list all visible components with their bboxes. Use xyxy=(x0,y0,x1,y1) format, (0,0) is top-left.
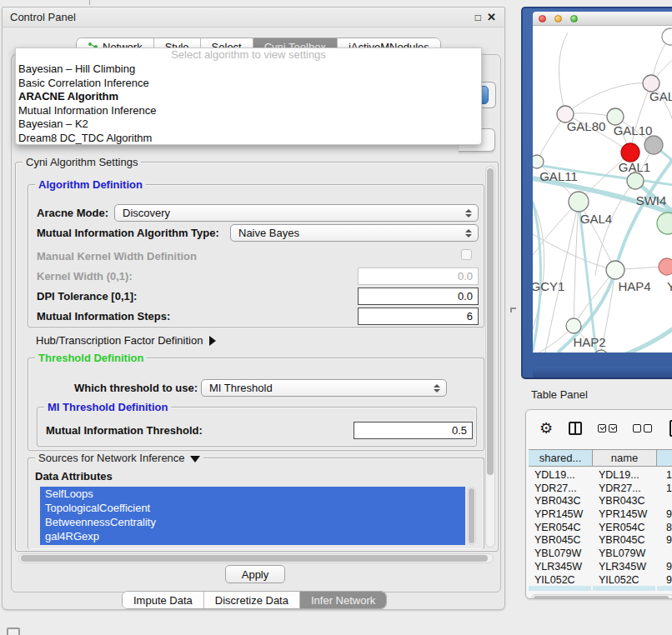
mi-threshold-field[interactable]: 0.5 xyxy=(354,422,473,439)
settings-horizontal-scrollbar[interactable] xyxy=(18,553,494,563)
table-cell[interactable]: YBR043C xyxy=(529,495,593,508)
table-row[interactable]: YPR145WYPR145W9. xyxy=(529,508,672,522)
table-cell[interactable]: YIL052C xyxy=(529,574,593,585)
table-row[interactable]: YBR043CYBR043C xyxy=(529,495,672,508)
table-row[interactable]: YBL079WYBL079W xyxy=(529,548,672,561)
data-attribute-item[interactable]: gal4RGexp xyxy=(40,529,465,543)
table-cell[interactable] xyxy=(657,548,672,561)
table-row[interactable]: YLR345WYLR345W9. xyxy=(529,561,672,574)
bottom-left-partial-icon[interactable] xyxy=(7,628,20,635)
network-view-canvas[interactable]: GALGAL80GAL10GAL1GAL11SWI4GAL4GCY1HAP4YH… xyxy=(533,26,672,352)
table-cell[interactable]: YBR045C xyxy=(529,534,593,548)
kernel-width-field[interactable]: 0.0 xyxy=(358,268,479,285)
table-cell[interactable]: 9. xyxy=(657,534,672,548)
settings-vscroll-thumb[interactable] xyxy=(487,168,494,475)
table-cell[interactable]: YBL079W xyxy=(529,548,593,561)
network-node-gal4[interactable] xyxy=(569,192,589,212)
column-header[interactable]: name xyxy=(593,450,657,466)
hub-definition-label: Hub/Transcription Factor Definition xyxy=(36,334,203,347)
hub-definition-toggle[interactable]: Hub/Transcription Factor Definition xyxy=(36,332,216,348)
network-window-titlebar[interactable] xyxy=(533,12,672,26)
popup-item[interactable]: Bayesian – K2 xyxy=(16,118,481,132)
popup-item[interactable]: ARACNE Algorithm xyxy=(16,90,481,104)
dpi-tolerance-field[interactable]: 0.0 xyxy=(358,288,479,305)
table-cell[interactable]: YDR27... xyxy=(529,482,593,496)
network-node-label: GAL11 xyxy=(539,169,578,183)
mi-algo-type-combo[interactable]: Naive Bayes xyxy=(230,224,479,242)
sources-vscroll-thumb[interactable] xyxy=(469,488,474,543)
settings-hscroll-thumb[interactable] xyxy=(21,555,488,562)
data-attribute-item[interactable]: BetweennessCentrality xyxy=(40,515,465,529)
column-header[interactable] xyxy=(657,450,672,466)
table-cell[interactable]: YER054C xyxy=(593,522,657,535)
table-cell[interactable]: 13 xyxy=(657,469,672,482)
mi-steps-field[interactable]: 6 xyxy=(358,308,479,325)
network-node-gal10[interactable] xyxy=(607,108,624,125)
table-cell[interactable]: 8. xyxy=(657,522,672,535)
table-cell[interactable]: YBR045C xyxy=(593,534,657,548)
table-cell[interactable]: YLR345W xyxy=(593,561,657,574)
table-row[interactable]: YIL052CYIL052C9. xyxy=(529,574,672,585)
float-window-icon[interactable]: □ xyxy=(475,11,481,24)
table-cell[interactable]: YIL052C xyxy=(593,574,657,585)
select-all-columns-icon[interactable] xyxy=(598,424,617,432)
table-cell[interactable]: 12 xyxy=(657,482,672,496)
table-row[interactable]: YDR27...YDR27...12 xyxy=(529,482,672,496)
table-horizontal-scrollbar[interactable] xyxy=(531,594,672,598)
column-header[interactable]: shared... xyxy=(529,450,593,466)
table-cell[interactable]: YBL079W xyxy=(593,548,657,561)
table-row[interactable]: YBR045CYBR045C9. xyxy=(529,534,672,548)
network-node[interactable] xyxy=(662,28,672,45)
network-node-y[interactable] xyxy=(659,258,672,275)
sources-group-title[interactable]: Sources for Network Inference xyxy=(35,452,203,464)
network-node[interactable] xyxy=(657,212,672,234)
table-cell[interactable]: YDL19... xyxy=(529,469,593,482)
deselect-all-columns-icon[interactable] xyxy=(633,424,652,432)
gear-icon[interactable]: ⚙ xyxy=(539,419,553,438)
popup-item[interactable]: Mutual Information Inference xyxy=(16,104,481,118)
table-row[interactable]: YER054CYER054C8. xyxy=(529,522,672,535)
network-node-gal1[interactable] xyxy=(621,143,639,162)
aracne-mode-combo[interactable]: Discovery xyxy=(114,204,479,222)
split-columns-icon[interactable] xyxy=(569,422,582,435)
manual-kernel-checkbox[interactable] xyxy=(461,249,472,260)
network-node-hap2[interactable] xyxy=(566,318,581,333)
data-attribute-item[interactable]: SelfLoops xyxy=(40,487,465,501)
table-cell[interactable]: YPR145W xyxy=(529,508,593,522)
table-hscroll-thumb[interactable] xyxy=(534,596,669,598)
table-cell[interactable]: 9. xyxy=(657,561,672,574)
table-cell[interactable]: YDL19... xyxy=(593,469,657,482)
bottom-tab-infer-network[interactable]: Infer Network xyxy=(300,592,386,608)
settings-vertical-scrollbar[interactable] xyxy=(485,166,495,548)
table-cell[interactable]: YDR27... xyxy=(593,482,657,496)
network-node-gal11[interactable] xyxy=(533,155,544,168)
popup-item[interactable]: Dream8 DC_TDC Algorithm xyxy=(16,132,481,146)
table-row[interactable]: YDL19...YDL19...13 xyxy=(529,469,672,482)
minimize-traffic-light-icon[interactable] xyxy=(554,15,562,22)
network-node-label: GAL80 xyxy=(567,119,606,133)
apply-button[interactable]: Apply xyxy=(225,565,285,583)
popup-item[interactable]: Bayesian – Hill Climbing xyxy=(16,62,481,77)
table-cell[interactable]: 9. xyxy=(657,574,672,585)
bottom-tab-discretize-data[interactable]: Discretize Data xyxy=(204,592,300,608)
network-node-label: GAL4 xyxy=(580,212,612,226)
close-window-icon[interactable]: ✕ xyxy=(487,11,496,24)
table-cell[interactable]: 9. xyxy=(657,508,672,522)
table-cell[interactable]: YLR345W xyxy=(529,561,593,574)
zoom-traffic-light-icon[interactable] xyxy=(570,15,578,22)
bottom-tab-impute-data[interactable]: Impute Data xyxy=(123,592,204,608)
network-node-swi4[interactable] xyxy=(627,172,644,189)
table-cell[interactable]: YPR145W xyxy=(593,508,657,522)
table-cell[interactable]: YBR043C xyxy=(593,495,657,508)
table-cell[interactable] xyxy=(657,495,672,508)
network-node-hap4[interactable] xyxy=(606,261,624,279)
splitter-handle[interactable] xyxy=(510,308,516,312)
control-panel-titlebar[interactable]: Control Panel □ ✕ xyxy=(3,8,504,28)
popup-item[interactable]: Basic Correlation Inference xyxy=(16,77,481,91)
network-node[interactable] xyxy=(644,136,663,154)
close-traffic-light-icon[interactable] xyxy=(539,15,546,22)
which-threshold-combo[interactable]: MI Threshold xyxy=(201,379,447,397)
table-cell[interactable]: YER054C xyxy=(529,522,593,535)
sources-vertical-scrollbar[interactable] xyxy=(467,487,476,545)
data-attribute-item[interactable]: TopologicalCoefficient xyxy=(40,501,465,515)
